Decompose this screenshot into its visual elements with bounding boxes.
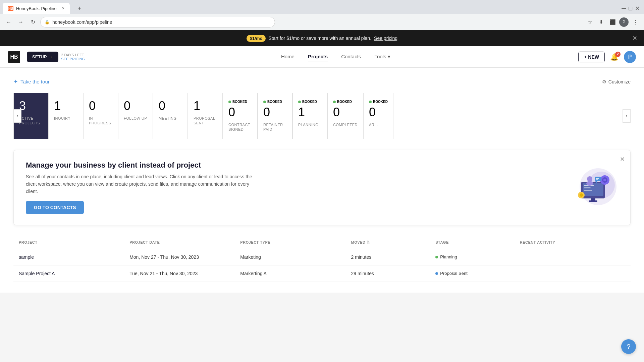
setup-meta: 2 DAYS LEFT SEE PRICING <box>61 53 85 61</box>
nav-home[interactable]: Home <box>281 52 294 61</box>
active-projects-count: 3 <box>19 100 43 112</box>
user-avatar[interactable]: P <box>624 51 636 63</box>
promo-close-icon[interactable]: ✕ <box>632 35 637 42</box>
bookmark-icon[interactable]: ☆ <box>585 17 594 27</box>
pipeline-card-proposal-sent[interactable]: 1 PROPOSALSENT <box>188 93 223 139</box>
close-window-icon[interactable]: ✕ <box>635 5 640 12</box>
nav-contacts[interactable]: Contacts <box>341 52 361 61</box>
svg-rect-8 <box>589 200 597 202</box>
booked-label-completed: BOOKED <box>337 100 352 104</box>
minimize-icon[interactable]: ─ <box>622 5 626 12</box>
restore-icon[interactable]: □ <box>629 5 632 12</box>
new-tab-button[interactable]: + <box>72 3 87 14</box>
address-bar[interactable]: 🔒 honeybook.com/app/pipeline <box>40 17 275 27</box>
download-icon[interactable]: ⬇ <box>596 17 606 27</box>
row1-moved: 2 minutes <box>351 254 430 260</box>
nav-tools[interactable]: Tools ▾ <box>374 52 390 61</box>
nav-projects[interactable]: Projects <box>308 52 328 61</box>
row2-moved: 29 minutes <box>351 271 430 276</box>
new-button[interactable]: + NEW <box>578 52 605 62</box>
promo-card-text: Manage your business by client instead o… <box>26 161 261 214</box>
sliders-icon: ⚙ <box>602 79 606 84</box>
row1-project: sample <box>19 254 124 260</box>
booked-label-planning: BOOKED <box>302 100 317 104</box>
pipeline-card-follow-up[interactable]: 0 FOLLOW UP <box>118 93 153 139</box>
active-tab[interactable]: HB HoneyBook: Pipeline × <box>3 3 70 14</box>
row2-stage-chip: Proposal Sent <box>435 271 515 276</box>
top-nav: HB SETUP → 2 DAYS LEFT SEE PRICING Home … <box>0 46 644 68</box>
pipeline-card-planning[interactable]: BOOKED 1 PLANNING <box>292 93 327 139</box>
svg-rect-3 <box>583 183 603 196</box>
meeting-count: 0 <box>159 100 182 112</box>
promo-banner: $1/mo Start for $1/mo or save more with … <box>0 30 644 46</box>
svg-rect-6 <box>584 190 592 191</box>
col-project-label: PROJECT <box>19 240 37 244</box>
col-header-activity: RECENT ACTIVITY <box>520 240 625 245</box>
table-row[interactable]: Sample Project A Tue, Nov 21 - Thu, Nov … <box>13 265 631 282</box>
follow-up-count: 0 <box>124 100 147 112</box>
col-header-stage: STAGE <box>435 240 515 245</box>
svg-point-14 <box>587 176 592 182</box>
promo-badge: $1/mo <box>247 35 266 42</box>
row1-stage-dot <box>435 256 438 258</box>
pipeline-card-meeting[interactable]: 0 MEETING <box>153 93 188 139</box>
col-header-date: PROJECT DATE <box>129 240 235 245</box>
svg-rect-18 <box>596 178 599 179</box>
take-tour-button[interactable]: ✦ Take the tour <box>13 78 50 85</box>
tour-bar: ✦ Take the tour ⚙ Customize <box>13 78 631 85</box>
setup-see-pricing[interactable]: SEE PRICING <box>61 57 85 61</box>
svg-point-11 <box>603 179 606 181</box>
col-date-label: PROJECT DATE <box>129 240 160 244</box>
pipeline-card-contract-signed[interactable]: BOOKED 0 CONTRACTSIGNED <box>223 93 258 139</box>
booked-dot-retainer-icon <box>263 101 266 103</box>
svg-rect-5 <box>584 187 591 188</box>
table-header: PROJECT PROJECT DATE PROJECT TYPE MOVED … <box>13 236 631 249</box>
col-header-moved[interactable]: MOVED ⇅ <box>351 240 430 245</box>
go-to-contacts-button[interactable]: GO TO CONTACTS <box>26 201 84 214</box>
scroll-left-button[interactable]: ‹ <box>13 109 21 123</box>
pipeline-card-retainer-paid[interactable]: BOOKED 0 RETAINERPAID <box>258 93 292 139</box>
row2-stage-label: Proposal Sent <box>440 271 468 276</box>
completed-label: COMPLETED <box>333 122 358 127</box>
notifications-button[interactable]: 🔔 2 <box>610 53 619 61</box>
booked-dot-icon <box>228 101 231 103</box>
sort-icon: ⇅ <box>367 240 370 245</box>
promo-link[interactable]: See pricing <box>374 36 397 41</box>
menu-icon[interactable]: ⋮ <box>631 17 640 27</box>
follow-up-label: FOLLOW UP <box>124 116 147 121</box>
setup-button[interactable]: SETUP → <box>27 52 58 62</box>
refresh-button[interactable]: ↻ <box>28 17 38 27</box>
row2-project: Sample Project A <box>19 271 124 276</box>
pipeline-card-in-progress[interactable]: 0 INPROGRESS <box>83 93 118 139</box>
close-tab-icon[interactable]: × <box>62 6 64 11</box>
forward-button[interactable]: → <box>16 17 25 27</box>
table-row[interactable]: sample Mon, Nov 27 - Thu, Nov 30, 2023 M… <box>13 249 631 265</box>
pipeline-card-archived[interactable]: BOOKED 0 AR... <box>363 93 393 139</box>
pipeline-card-completed[interactable]: BOOKED 0 COMPLETED <box>327 93 363 139</box>
pipeline-card-inquiry[interactable]: 1 INQUIRY <box>48 93 83 139</box>
pipeline-scroll[interactable]: 3 ACTIVEPROJECTS 1 INQUIRY 0 INPROGRESS … <box>13 93 631 139</box>
proposal-sent-count: 1 <box>194 100 217 112</box>
svg-point-15 <box>586 181 593 186</box>
promo-card-body: See all of your contacts in one place, i… <box>26 173 261 195</box>
nav-right: + NEW 🔔 2 P <box>578 51 636 63</box>
promo-text: Start for $1/mo or save more with an ann… <box>268 36 371 41</box>
completed-count: 0 <box>333 106 358 118</box>
setup-label: SETUP <box>32 54 47 59</box>
take-tour-label: Take the tour <box>20 79 50 84</box>
meeting-label: MEETING <box>159 116 182 121</box>
profile-icon[interactable]: P <box>619 17 629 27</box>
back-button[interactable]: ← <box>4 17 13 27</box>
promo-card-close-icon[interactable]: ✕ <box>620 156 625 163</box>
customize-button[interactable]: ⚙ Customize <box>602 79 631 84</box>
extensions-icon[interactable]: ⬛ <box>608 17 617 27</box>
in-progress-label: INPROGRESS <box>89 116 112 126</box>
scroll-right-button[interactable]: › <box>623 109 631 123</box>
col-header-project: PROJECT <box>19 240 124 245</box>
svg-point-13 <box>580 193 583 197</box>
row1-stage: Planning <box>435 254 515 259</box>
proposal-sent-label: PROPOSALSENT <box>194 116 217 126</box>
booked-tag-retainer: BOOKED <box>263 100 287 104</box>
lock-icon: 🔒 <box>45 20 50 24</box>
row1-date: Mon, Nov 27 - Thu, Nov 30, 2023 <box>129 254 235 260</box>
